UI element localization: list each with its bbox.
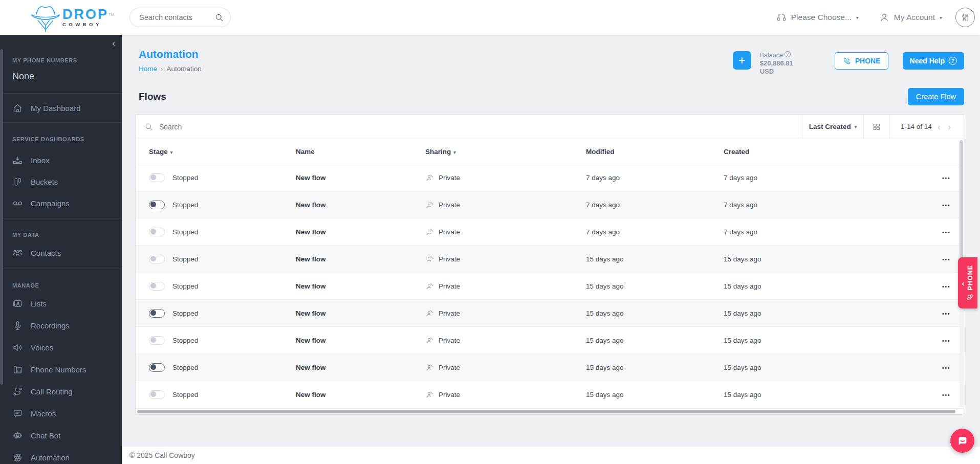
table-row: StoppedNew flowPrivate15 days ago15 days… [136, 354, 964, 381]
footer: © 2025 Call Cowboy [122, 447, 980, 464]
stage-toggle[interactable] [149, 390, 165, 399]
phone-button[interactable]: PHONE [835, 52, 888, 70]
sidebar-item-voices[interactable]: Voices [0, 337, 122, 359]
sort-dropdown[interactable]: Last Created ▾ [802, 115, 863, 139]
stage-toggle[interactable] [149, 282, 165, 291]
preferences-button[interactable] [955, 8, 975, 27]
toggle-knob [150, 229, 156, 234]
flow-name-link[interactable]: New flow [296, 228, 326, 236]
row-menu-icon[interactable]: ••• [942, 229, 950, 235]
private-person-off-icon [425, 309, 434, 318]
stage-label: Stopped [172, 201, 198, 209]
row-menu-icon[interactable]: ••• [942, 256, 950, 262]
please-choose-dropdown[interactable]: Please Choose... ▾ [776, 12, 859, 23]
sidebar-item-contacts[interactable]: Contacts [0, 242, 122, 263]
sidebar-item-recordings[interactable]: Recordings [0, 315, 122, 337]
sidebar-item-automation[interactable]: Automation [0, 447, 122, 464]
sharing-label: Private [439, 174, 460, 182]
flow-name-link[interactable]: New flow [296, 364, 326, 371]
contacts-icon [12, 248, 23, 258]
column-header-stage[interactable]: Stage▾ [149, 148, 296, 156]
sidebar-item-lists[interactable]: Lists [0, 293, 122, 315]
phone-side-tab[interactable]: ‹ PHONE [958, 257, 977, 308]
divider [0, 122, 122, 123]
caret-down-icon: ▾ [855, 124, 857, 129]
sidebar-item-inbox[interactable]: Inbox [0, 149, 122, 171]
column-header-created: Created [724, 148, 918, 156]
top-bar: DROPTM COWBOY Please Choose... ▾ My Acco… [0, 0, 980, 35]
sidebar-item-my-dashboard[interactable]: My Dashboard [0, 94, 122, 122]
modified-label: 7 days ago [586, 228, 620, 236]
desk-phone-icon [12, 364, 23, 375]
search-contacts-input[interactable] [138, 13, 214, 22]
stage-toggle[interactable] [149, 363, 165, 372]
phone-numbers-value: None [0, 71, 122, 82]
modified-label: 7 days ago [586, 174, 620, 182]
flows-table: Last Created ▾ 1-14 of 14 ‹ › Stage▾ [135, 114, 964, 415]
toggle-knob [150, 283, 156, 289]
sidebar-item-buckets[interactable]: Buckets [0, 171, 122, 192]
sidebar-item-macros[interactable]: Macros [0, 403, 122, 425]
flow-table-body: StoppedNew flowPrivate7 days ago7 days a… [136, 164, 964, 408]
toggle-knob [150, 391, 156, 397]
drop-cowboy-logo[interactable]: DROPTM COWBOY [29, 2, 114, 33]
stage-toggle[interactable] [149, 201, 165, 209]
row-menu-icon[interactable]: ••• [942, 365, 950, 371]
sidebar-item-campaigns[interactable]: Campaigns [0, 192, 122, 214]
next-page-button[interactable]: › [946, 122, 952, 131]
private-person-off-icon [425, 201, 434, 209]
message-lines-icon [12, 408, 23, 419]
cowboy-hat-icon [29, 2, 62, 33]
created-label: 7 days ago [724, 228, 757, 236]
table-search-input[interactable] [158, 122, 802, 131]
prev-page-button[interactable]: ‹ [936, 122, 942, 131]
grid-view-button[interactable] [863, 115, 889, 139]
stage-toggle[interactable] [149, 255, 165, 263]
chevron-left-icon: ‹ [962, 279, 965, 288]
phone-volume-icon [966, 293, 974, 301]
sidebar-item-phone-numbers[interactable]: Phone Numbers [0, 359, 122, 381]
flow-name-link[interactable]: New flow [296, 391, 326, 399]
my-account-dropdown[interactable]: My Account ▾ [879, 12, 942, 23]
stage-toggle[interactable] [149, 228, 165, 236]
microphone-icon [12, 320, 23, 331]
row-menu-icon[interactable]: ••• [942, 283, 950, 290]
balance-help-icon[interactable]: ? [785, 51, 791, 57]
row-menu-icon[interactable]: ••• [942, 311, 950, 317]
flow-name-link[interactable]: New flow [296, 201, 326, 209]
breadcrumb-home-link[interactable]: Home [139, 65, 157, 73]
phone-volume-icon [842, 57, 851, 65]
table-row: StoppedNew flowPrivate7 days ago7 days a… [136, 164, 964, 191]
horizontal-scrollbar-thumb[interactable] [137, 410, 955, 413]
flow-name-link[interactable]: New flow [296, 255, 326, 263]
stage-toggle[interactable] [149, 173, 165, 182]
flow-name-link[interactable]: New flow [296, 337, 326, 344]
add-funds-button[interactable]: + [733, 51, 751, 70]
row-menu-icon[interactable]: ••• [942, 392, 950, 398]
flow-name-link[interactable]: New flow [296, 282, 326, 290]
private-person-off-icon [425, 336, 434, 345]
sidebar-collapse-button[interactable]: ‹ [112, 39, 115, 48]
stage-label: Stopped [172, 337, 198, 344]
flow-name-link[interactable]: New flow [296, 174, 326, 182]
column-header-sharing[interactable]: Sharing▾ [425, 148, 586, 156]
stage-toggle[interactable] [149, 336, 165, 345]
sidebar: ‹ MY PHONE NUMBERS None My Dashboard SER… [0, 35, 122, 464]
sidebar-item-chat-bot[interactable]: Chat Bot [0, 425, 122, 447]
balance-label: Balance [760, 52, 783, 59]
home-icon [12, 103, 23, 114]
row-menu-icon[interactable]: ••• [942, 202, 950, 208]
create-flow-button[interactable]: Create Flow [908, 88, 964, 105]
need-help-button[interactable]: Need Help ? [903, 52, 964, 70]
table-header-row: Stage▾ Name Sharing▾ Modified Created [136, 139, 964, 164]
breadcrumb-current: Automation [167, 65, 202, 73]
flow-name-link[interactable]: New flow [296, 310, 326, 317]
row-menu-icon[interactable]: ••• [942, 338, 950, 344]
phone-tab-label: PHONE [966, 265, 973, 290]
sidebar-item-call-routing[interactable]: Call Routing [0, 381, 122, 403]
row-menu-icon[interactable]: ••• [942, 175, 950, 181]
created-label: 15 days ago [724, 337, 761, 344]
sidebar-scrollbar[interactable] [0, 49, 3, 385]
stage-toggle[interactable] [149, 309, 165, 318]
chat-launcher-button[interactable] [950, 429, 974, 453]
